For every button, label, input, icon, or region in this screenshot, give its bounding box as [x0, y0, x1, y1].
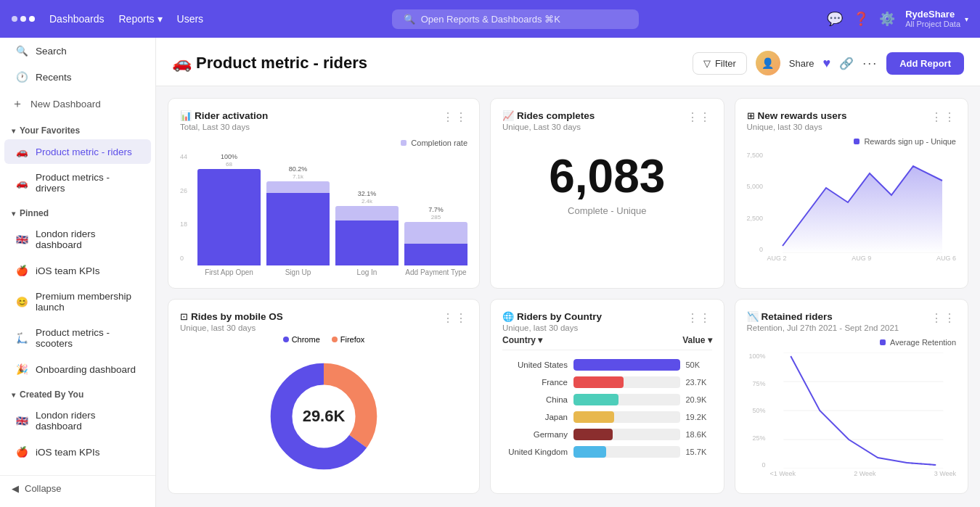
filter-icon: ▽ — [703, 58, 711, 69]
sidebar: 🔍 Search 🕐 Recents ＋ New Dashboard ▾ You… — [0, 38, 156, 507]
bar-fill — [573, 429, 613, 440]
share-button[interactable]: Share — [789, 58, 814, 69]
card-title: Rider activation — [195, 110, 268, 121]
card-options-icon[interactable]: ⋮⋮ — [442, 110, 467, 124]
bar-track — [573, 376, 680, 388]
chart-icon: 📈 — [502, 110, 514, 121]
link-icon[interactable]: 🔗 — [839, 57, 854, 70]
sidebar-item-premium-membership[interactable]: 😊 Premium membership launch — [4, 284, 151, 319]
card-options-icon[interactable]: ⋮⋮ — [687, 311, 712, 325]
search-icon: 🔍 — [404, 14, 415, 25]
chevron-icon: ▾ — [12, 210, 15, 218]
sidebar-item-scooters[interactable]: 🛴 Product metrics - scooters — [4, 321, 151, 355]
sidebar-new-dashboard[interactable]: ＋ New Dashboard — [0, 90, 155, 118]
pinned-section-header[interactable]: ▾ Pinned — [0, 201, 155, 221]
donut-center-value: 29.6K — [303, 407, 346, 426]
sidebar-item-created-london[interactable]: 🇬🇧 London riders dashboard — [4, 403, 151, 438]
nav-dashboards[interactable]: Dashboards — [49, 13, 105, 25]
table-row: United States 50K — [502, 359, 712, 371]
bar-fill — [573, 359, 680, 371]
add-report-button[interactable]: Add Report — [886, 52, 964, 75]
card-subtitle: Retention, Jul 27th 2021 - Sept 2nd 2021 — [747, 323, 899, 332]
scooter-icon: 🛴 — [16, 332, 28, 344]
card-riders-country: 🌐 Riders by Country Unique, last 30 days… — [490, 299, 724, 494]
sidebar-collapse[interactable]: ◀ Collapse — [0, 475, 155, 501]
sidebar-item-label: iOS team KPIs — [36, 447, 100, 458]
sidebar-search[interactable]: 🔍 Search — [4, 38, 151, 63]
sidebar-item-ios-kpis[interactable]: 🍎 iOS team KPIs — [4, 258, 151, 283]
table-header: Country ▾ Value ▾ — [502, 335, 712, 350]
settings-icon[interactable]: ⚙️ — [879, 11, 895, 27]
firefox-label: Firefox — [340, 335, 365, 344]
user-menu[interactable]: RydeShare All Project Data ▾ — [905, 9, 968, 30]
col-country[interactable]: Country ▾ — [502, 335, 542, 345]
header-actions: ▽ Filter 👤 Share ♥ 🔗 ··· Add Report — [693, 51, 964, 75]
sidebar-item-created-ios[interactable]: 🍎 iOS team KPIs — [4, 440, 151, 464]
bar-value: 50K — [686, 360, 712, 369]
legend-label: Average Retention — [890, 338, 956, 347]
card-options-icon[interactable]: ⋮⋮ — [931, 110, 956, 124]
bar-value: 20.9K — [686, 395, 712, 404]
sidebar-item-label: iOS team KPIs — [36, 265, 100, 276]
sidebar-item-label: Premium membership launch — [36, 291, 139, 313]
bars-container: 4426180 100%68 First App Open 80.2%7.1k — [180, 153, 467, 276]
party-icon: 🎉 — [16, 363, 28, 375]
bar-light — [266, 181, 330, 193]
card-title: Retained riders — [761, 311, 833, 322]
table-row: China 20.9K — [502, 394, 712, 405]
legend-label: Completion rate — [411, 139, 467, 147]
retention-svg — [770, 353, 957, 469]
sidebar-item-onboarding[interactable]: 🎉 Onboarding dashboard — [4, 357, 151, 382]
new-dashboard-label: New Dashboard — [30, 99, 101, 110]
bar-fill — [573, 446, 606, 458]
new-rewards-chart: Rewards sign up - Unique 7,5005,0002,500… — [747, 137, 957, 262]
bar-label: 80.2%7.1k — [289, 165, 308, 180]
bar-fill — [573, 376, 624, 388]
nav-users[interactable]: Users — [177, 13, 204, 25]
table-row: France 23.7K — [502, 376, 712, 388]
sidebar-item-product-metrics-drivers[interactable]: 🚗 Product metrics - drivers — [4, 165, 151, 200]
created-section-header[interactable]: ▾ Created By You — [0, 382, 155, 403]
card-retained-riders: 📉 Retained riders Retention, Jul 27th 20… — [735, 299, 969, 494]
notifications-icon[interactable]: 💬 — [827, 11, 843, 27]
card-rides-completes: 📈 Rides completes Unique, Last 30 days ⋮… — [490, 98, 724, 289]
heart-icon[interactable]: ♥ — [823, 56, 831, 71]
help-icon[interactable]: ❓ — [853, 11, 869, 27]
col-value[interactable]: Value ▾ — [682, 335, 711, 345]
donut-chart: 29.6K — [180, 351, 467, 482]
table-row: United Kingdom 15.7K — [502, 446, 712, 458]
table-row: Japan 19.2K — [502, 411, 712, 423]
country-label: China — [502, 395, 568, 404]
bar-value: 23.7K — [686, 378, 712, 387]
card-subtitle: Total, Last 30 days — [180, 123, 268, 131]
card-options-icon[interactable]: ⋮⋮ — [931, 311, 956, 325]
filter-button[interactable]: ▽ Filter — [693, 52, 747, 75]
big-number: 6,083 — [502, 153, 712, 199]
bar-fill — [197, 169, 261, 265]
search-placeholder: Open Reports & Dashboards ⌘K — [421, 14, 560, 25]
bar-label: 100%68 — [221, 153, 237, 168]
sidebar-item-label: Product metric - riders — [36, 147, 132, 157]
chrome-label: Chrome — [292, 335, 320, 344]
country-label: France — [502, 378, 568, 387]
user-chevron-icon: ▾ — [965, 15, 968, 23]
more-options-icon[interactable]: ··· — [862, 56, 878, 71]
card-options-icon[interactable]: ⋮⋮ — [442, 311, 467, 325]
bar-track — [573, 411, 680, 423]
nav-reports[interactable]: Reports ▾ — [119, 13, 163, 25]
chevron-icon: ▾ — [12, 391, 15, 399]
logo[interactable] — [12, 16, 35, 22]
sidebar-item-product-metric-riders[interactable]: 🚗 Product metric - riders — [4, 139, 151, 164]
favorites-section-header[interactable]: ▾ Your Favorites — [0, 118, 155, 139]
search-icon: 🔍 — [16, 45, 28, 57]
uk-flag-icon: 🇬🇧 — [16, 234, 28, 245]
sidebar-item-london-riders[interactable]: 🇬🇧 London riders dashboard — [4, 222, 151, 257]
search-box[interactable]: 🔍 Open Reports & Dashboards ⌘K — [392, 9, 639, 29]
bar-group-first-app: 100%68 First App Open — [197, 153, 261, 276]
card-title: New rewards users — [758, 110, 847, 121]
filter-label: Filter — [715, 58, 736, 69]
bar-xlabel: First App Open — [205, 268, 253, 276]
card-options-icon[interactable]: ⋮⋮ — [687, 110, 712, 124]
sidebar-item-label: Product metrics - scooters — [36, 327, 139, 349]
sidebar-recents[interactable]: 🕐 Recents — [4, 65, 151, 89]
